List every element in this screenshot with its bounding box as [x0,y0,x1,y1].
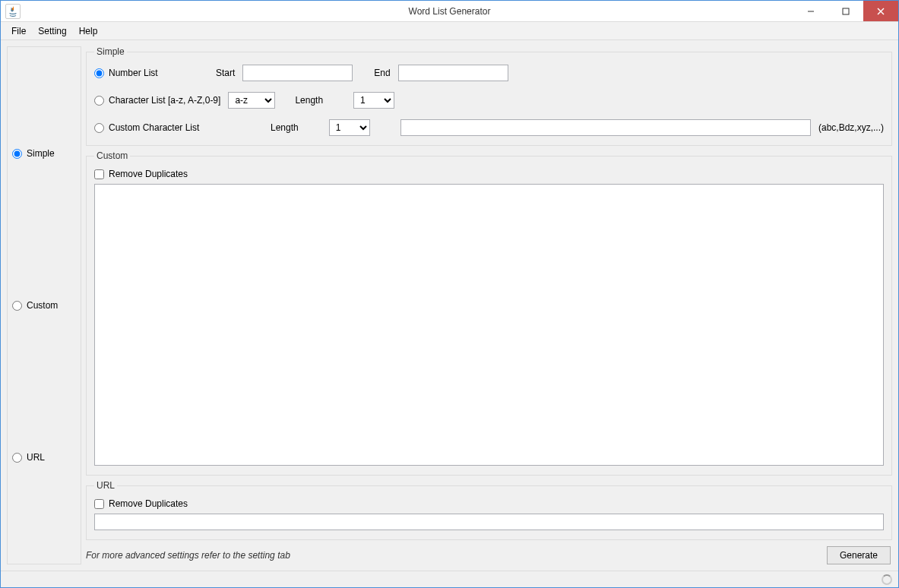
custom-char-radio[interactable] [94,123,104,133]
mode-url-radio[interactable] [12,453,22,463]
custom-length-label: Length [271,122,299,133]
url-remove-dup-label: Remove Duplicates [109,498,188,509]
mode-url-label: URL [27,452,45,463]
url-legend: URL [94,480,117,491]
char-range-select[interactable]: a-z [228,92,275,109]
client-area: Simple Custom URL Simple Number List Sta… [1,40,898,571]
number-list-radio[interactable] [94,68,104,78]
footer-hint: For more advanced settings refer to the … [86,550,290,561]
menu-bar: File Setting Help [1,22,898,40]
footer: For more advanced settings refer to the … [86,545,892,564]
mode-custom[interactable]: Custom [12,300,76,311]
title-bar: Word List Generator [1,1,898,22]
custom-remove-dup[interactable]: Remove Duplicates [94,169,884,179]
custom-length-select[interactable]: 1 [329,119,370,136]
close-button[interactable] [863,1,898,21]
end-input[interactable] [398,65,508,81]
url-remove-dup[interactable]: Remove Duplicates [94,498,884,509]
custom-group: Custom Remove Duplicates [86,150,892,476]
status-bar [1,571,898,587]
start-label: Start [216,68,235,78]
window-title: Word List Generator [1,6,898,17]
mode-url[interactable]: URL [12,452,76,463]
mode-selector: Simple Custom URL [7,46,81,564]
start-input[interactable] [242,65,353,81]
char-list-radio[interactable] [94,96,104,106]
custom-textarea[interactable] [94,184,884,466]
menu-file[interactable]: File [5,24,32,39]
custom-remove-dup-checkbox[interactable] [94,169,104,179]
url-group: URL Remove Duplicates [86,480,892,540]
simple-legend: Simple [94,46,127,57]
number-list-label: Number List [109,68,158,78]
char-length-select[interactable]: 1 [353,92,394,109]
url-input[interactable] [94,514,884,530]
generate-button[interactable]: Generate [827,546,891,564]
custom-char-label: Custom Character List [109,122,199,133]
char-list-label: Character List [a-z, A-Z,0-9] [109,95,220,106]
end-label: End [374,68,390,78]
simple-group: Simple Number List Start End Character L… [86,46,892,146]
mode-custom-radio[interactable] [12,301,22,311]
mode-simple-label: Simple [27,148,55,159]
custom-legend: Custom [94,150,130,161]
maximize-button[interactable] [828,1,863,21]
mode-simple[interactable]: Simple [12,148,76,159]
number-list-option[interactable]: Number List [94,68,208,78]
java-icon [5,4,21,19]
custom-char-hint: (abc,Bdz,xyz,...) [818,122,884,133]
char-length-label: Length [295,95,323,106]
custom-char-input[interactable] [400,119,811,136]
menu-help[interactable]: Help [73,24,104,39]
char-list-option[interactable]: Character List [a-z, A-Z,0-9] [94,95,220,106]
minimize-button[interactable] [793,1,828,21]
url-remove-dup-checkbox[interactable] [94,499,104,509]
custom-remove-dup-label: Remove Duplicates [109,169,188,179]
busy-spinner-icon [882,574,892,585]
menu-setting[interactable]: Setting [32,24,72,39]
svg-rect-1 [843,8,849,14]
custom-char-option[interactable]: Custom Character List [94,122,263,133]
mode-custom-label: Custom [27,300,58,311]
mode-simple-radio[interactable] [12,149,22,159]
